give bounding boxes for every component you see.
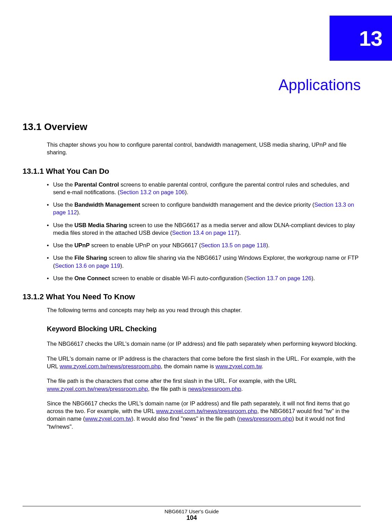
subsection-what-you-can-do: 13.1.1 What You Can Do bbox=[23, 167, 361, 176]
page-footer: NBG6617 User's Guide 104 bbox=[23, 506, 361, 522]
chapter-title: Applications bbox=[23, 76, 361, 94]
need-to-know-intro: The following terms and concepts may hel… bbox=[47, 306, 361, 314]
text: Use the bbox=[53, 255, 74, 261]
chapter-number-box: 13 bbox=[330, 16, 392, 61]
overview-body: This chapter shows you how to configure … bbox=[47, 141, 361, 156]
text: . bbox=[262, 363, 263, 369]
need-to-know-body: The following terms and concepts may hel… bbox=[47, 306, 361, 430]
text: , the file path is bbox=[148, 386, 188, 392]
text: screen to enable or disable Wi-Fi auto-c… bbox=[110, 275, 246, 281]
url-link[interactable]: www.zyxel.com.tw bbox=[215, 363, 262, 369]
text: ). bbox=[266, 242, 270, 248]
feature-name: File Sharing bbox=[74, 255, 107, 261]
text: ). It would also find "news" in the file… bbox=[131, 415, 239, 422]
section-heading-overview: 13.1 Overview bbox=[23, 121, 361, 132]
text: screen to configure bandwidth management… bbox=[140, 201, 314, 208]
text: . bbox=[241, 386, 243, 392]
feature-name: Bandwidth Management bbox=[74, 201, 140, 208]
paragraph: The NBG6617 checks the URL's domain name… bbox=[47, 340, 361, 347]
text: The file path is the characters that com… bbox=[47, 378, 296, 384]
keyword-blocking-heading: Keyword Blocking URL Checking bbox=[47, 324, 361, 334]
paragraph: The file path is the characters that com… bbox=[47, 377, 361, 393]
list-item: Use the One Connect screen to enable or … bbox=[47, 274, 361, 282]
text: ). bbox=[77, 209, 80, 215]
overview-intro: This chapter shows you how to configure … bbox=[47, 141, 361, 156]
footer-page-number: 104 bbox=[23, 514, 361, 522]
page: 13 Applications 13.1 Overview This chapt… bbox=[0, 0, 392, 532]
text: ). bbox=[185, 189, 188, 195]
list-item: Use the Bandwidth Management screen to c… bbox=[47, 201, 361, 216]
cross-reference[interactable]: Section 13.4 on page 117 bbox=[172, 230, 237, 236]
cross-reference[interactable]: Section 13.6 on page 119 bbox=[55, 263, 120, 269]
url-link[interactable]: www.zyxel.com.tw/news/pressroom.php bbox=[47, 386, 148, 392]
text: Use the bbox=[53, 222, 74, 228]
chapter-number: 13 bbox=[359, 26, 382, 51]
paragraph: The URL's domain name or IP address is t… bbox=[47, 355, 361, 370]
list-item: Use the USB Media Sharing screen to use … bbox=[47, 221, 361, 237]
footer-guide-title: NBG6617 User's Guide bbox=[23, 508, 361, 514]
url-link[interactable]: www.zyxel.com.tw/news/pressroom.php bbox=[156, 408, 257, 414]
list-item: Use the Parental Control screens to enab… bbox=[47, 181, 361, 196]
list-item: Use the UPnP screen to enable UPnP on yo… bbox=[47, 241, 361, 249]
url-link[interactable]: news/pressroom.php bbox=[239, 415, 292, 422]
text: Use the bbox=[53, 201, 74, 208]
text: ). bbox=[312, 275, 315, 281]
text: Use the bbox=[53, 181, 74, 188]
text: Use the bbox=[53, 242, 74, 248]
feature-name: Parental Control bbox=[74, 181, 119, 188]
feature-list: Use the Parental Control screens to enab… bbox=[47, 181, 361, 282]
text: Use the bbox=[53, 275, 74, 281]
footer-rule bbox=[23, 506, 361, 506]
cross-reference[interactable]: Section 13.7 on page 126 bbox=[246, 275, 312, 281]
url-link[interactable]: www.zyxel.com.tw/news/pressroom.php bbox=[60, 363, 161, 369]
cross-reference[interactable]: Section 13.5 on page 118 bbox=[201, 242, 266, 248]
feature-name: One Connect bbox=[74, 275, 110, 281]
subsection-need-to-know: 13.1.2 What You Need To Know bbox=[23, 292, 361, 301]
feature-name: USB Media Sharing bbox=[74, 222, 127, 228]
paragraph: Since the NBG6617 checks the URL's domai… bbox=[47, 400, 361, 430]
cross-reference[interactable]: Section 13.2 on page 106 bbox=[120, 189, 185, 195]
url-link[interactable]: www.zyxel.com.tw bbox=[85, 415, 131, 422]
text: ). bbox=[237, 230, 241, 236]
text: screen to enable UPnP on your NBG6617 ( bbox=[90, 242, 201, 248]
list-item: Use the File Sharing screen to allow fil… bbox=[47, 254, 361, 269]
text: ). bbox=[120, 263, 124, 269]
text: , the domain name is bbox=[161, 363, 216, 369]
url-link[interactable]: news/pressroom.php bbox=[188, 386, 241, 392]
feature-name: UPnP bbox=[74, 242, 90, 248]
what-you-can-do-body: Use the Parental Control screens to enab… bbox=[47, 181, 361, 282]
